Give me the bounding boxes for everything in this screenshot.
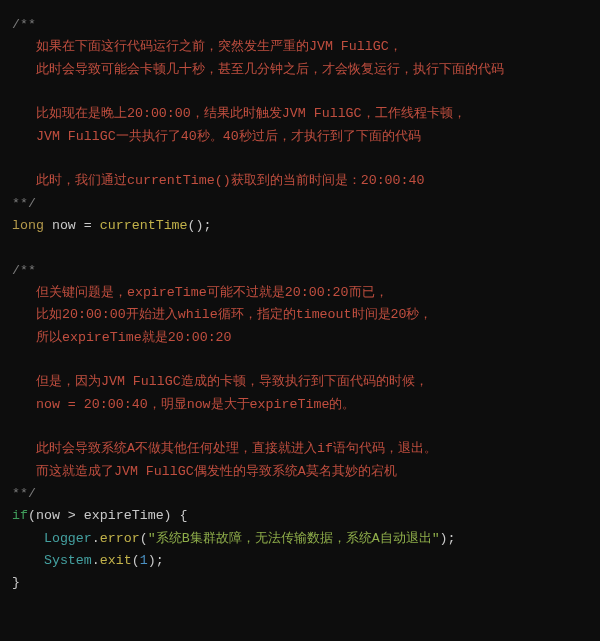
- rparen-semi: );: [440, 531, 456, 546]
- comment-line: 此时会导致可能会卡顿几十秒，甚至几分钟之后，才会恢复运行，执行下面的代码: [12, 62, 504, 77]
- comment-line: 但关键问题是，expireTime可能不过就是20:00:20而已，: [12, 285, 388, 300]
- comment-line: 所以expireTime就是20:00:20: [12, 330, 232, 345]
- comment-close: **/: [12, 196, 36, 211]
- rbrace: }: [12, 575, 20, 590]
- num-1: 1: [140, 553, 148, 568]
- type-long: long: [12, 218, 44, 233]
- dot: .: [92, 531, 100, 546]
- comment-line: 此时会导致系统A不做其他任何处理，直接就进入if语句代码，退出。: [12, 441, 437, 456]
- fn-error: error: [100, 531, 140, 546]
- ident-now: now: [44, 218, 84, 233]
- comment-close: **/: [12, 486, 36, 501]
- dot: .: [92, 553, 100, 568]
- fn-currentTime: currentTime: [100, 218, 188, 233]
- comment-line: 比如20:00:00开始进入while循环，指定的timeout时间是20秒，: [12, 307, 433, 322]
- comment-line: JVM FullGC一共执行了40秒。40秒过后，才执行到了下面的代码: [12, 129, 421, 144]
- comment-line: 如果在下面这行代码运行之前，突然发生严重的JVM FullGC，: [12, 39, 402, 54]
- comment-open: /**: [12, 17, 36, 32]
- cls-system: System: [44, 553, 92, 568]
- comment-open: /**: [12, 263, 36, 278]
- comment-line: now = 20:00:40，明显now是大于expireTime的。: [12, 397, 355, 412]
- if-cond: (now > expireTime) {: [28, 508, 188, 523]
- comment-line: 此时，我们通过currentTime()获取到的当前时间是：20:00:40: [12, 173, 425, 188]
- lparen: (: [132, 553, 140, 568]
- punct-eq: =: [84, 218, 100, 233]
- fn-exit: exit: [100, 553, 132, 568]
- rparen-semi: );: [148, 553, 164, 568]
- lparen: (: [140, 531, 148, 546]
- kw-if: if: [12, 508, 28, 523]
- code-block: /** 如果在下面这行代码运行之前，突然发生严重的JVM FullGC， 此时会…: [0, 0, 600, 609]
- comment-line: 但是，因为JVM FullGC造成的卡顿，导致执行到下面代码的时候，: [12, 374, 428, 389]
- comment-line: 比如现在是晚上20:00:00，结果此时触发JVM FullGC，工作线程卡顿，: [12, 106, 466, 121]
- string-literal: "系统B集群故障，无法传输数据，系统A自动退出": [148, 531, 440, 546]
- comment-line: 而这就造成了JVM FullGC偶发性的导致系统A莫名其妙的宕机: [12, 464, 397, 479]
- cls-logger: Logger: [44, 531, 92, 546]
- call-tail: ();: [188, 218, 212, 233]
